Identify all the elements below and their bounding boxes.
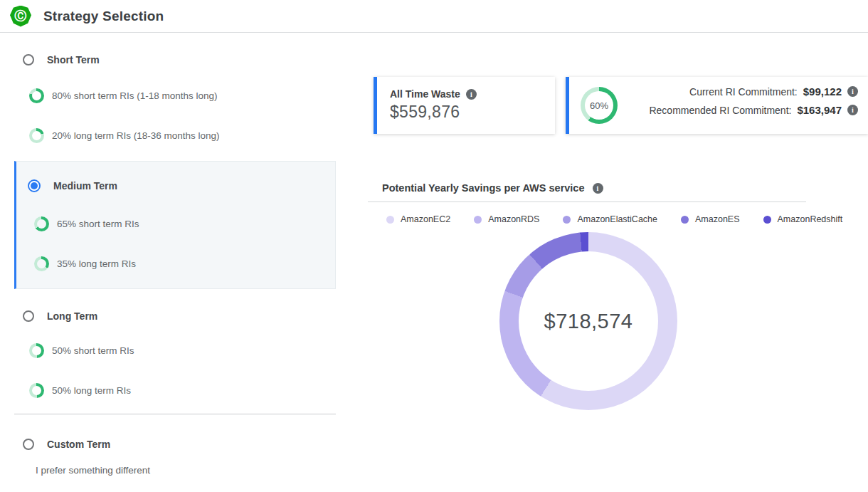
all-time-waste-card: All Time Waste $559,876 xyxy=(374,77,555,134)
sub-label: 35% long term RIs xyxy=(57,258,136,269)
option-short-term[interactable]: Short Term xyxy=(23,54,100,66)
option-label: Long Term xyxy=(47,310,97,322)
ri-commitment-card: 60% Current RI Commitment: $99,122 Recom… xyxy=(566,77,868,134)
legend-item-amazonelasticache[interactable]: AmazonElastiCache xyxy=(563,214,657,224)
option-label: Medium Term xyxy=(53,180,117,192)
sub-label: 80% short term RIs (1-18 months long) xyxy=(52,90,218,101)
legend-dot xyxy=(386,216,394,224)
long-term-sub-1: 50% short term RIs xyxy=(29,343,134,358)
sub-label: 50% short term RIs xyxy=(52,345,134,356)
chart-legend: AmazonEC2 AmazonRDS AmazonElastiCache Am… xyxy=(386,214,842,224)
savings-donut-chart[interactable]: $718,574 xyxy=(499,232,677,410)
recommended-commitment-label: Recommended RI Commitment: xyxy=(649,105,791,116)
medium-term-sub-1: 65% short term RIs xyxy=(34,216,139,231)
option-long-term[interactable]: Long Term xyxy=(23,310,97,322)
legend-dot xyxy=(474,216,482,224)
current-commitment-label: Current RI Commitment: xyxy=(689,86,798,98)
option-medium-term[interactable]: Medium Term xyxy=(28,179,117,192)
current-commitment-row: Current RI Commitment: $99,122 xyxy=(689,85,858,98)
strategy-selection-page: Strategy Selection Short Term 80% short … xyxy=(0,0,868,492)
percent-ring-icon xyxy=(29,383,44,398)
custom-term-note: I prefer something different xyxy=(36,465,150,476)
legend-label: AmazonElastiCache xyxy=(577,214,657,224)
recommended-commitment-value: $163,947 xyxy=(797,104,842,116)
sub-label: 20% long term RIs (18-36 months long) xyxy=(52,130,220,141)
long-term-sub-2: 50% long term RIs xyxy=(29,383,131,398)
info-icon[interactable] xyxy=(847,86,858,97)
percent-ring-icon xyxy=(34,256,49,271)
page-title: Strategy Selection xyxy=(43,9,164,24)
option-custom-term[interactable]: Custom Term xyxy=(23,439,110,450)
percent-ring-icon xyxy=(34,216,49,231)
sub-label: 65% short term RIs xyxy=(57,219,139,229)
chart-title-divider xyxy=(368,201,806,202)
sub-label: 50% long term RIs xyxy=(52,385,131,396)
legend-item-amazones[interactable]: AmazonES xyxy=(681,214,740,224)
app-logo-icon xyxy=(10,6,31,27)
all-time-waste-value: $559,876 xyxy=(390,103,555,122)
chart-title-row: Potential Yearly Savings per AWS service xyxy=(382,182,603,194)
radio-medium-term[interactable] xyxy=(28,179,41,192)
option-medium-term-panel[interactable]: Medium Term 65% short term RIs 35% long … xyxy=(14,161,336,289)
legend-item-amazonec2[interactable]: AmazonEC2 xyxy=(386,214,450,224)
chart-title: Potential Yearly Savings per AWS service xyxy=(382,182,585,194)
radio-custom-term[interactable] xyxy=(23,439,34,450)
legend-label: AmazonEC2 xyxy=(401,214,450,224)
legend-dot xyxy=(763,216,771,224)
short-term-sub-1: 80% short term RIs (1-18 months long) xyxy=(29,88,218,103)
legend-item-amazonredshift[interactable]: AmazonRedshift xyxy=(763,214,843,224)
radio-long-term[interactable] xyxy=(23,310,34,322)
legend-dot xyxy=(681,216,689,224)
legend-dot xyxy=(563,216,571,224)
info-icon[interactable] xyxy=(847,105,858,115)
medium-term-sub-2: 35% long term RIs xyxy=(34,256,136,271)
short-term-sub-2: 20% long term RIs (18-36 months long) xyxy=(29,128,220,143)
legend-label: AmazonRedshift xyxy=(778,214,843,224)
gauge-percent-label: 60% xyxy=(581,87,618,124)
legend-item-amazonrds[interactable]: AmazonRDS xyxy=(474,214,539,224)
percent-ring-icon xyxy=(29,88,44,103)
all-time-waste-label: All Time Waste xyxy=(390,88,460,100)
info-icon[interactable] xyxy=(593,183,603,194)
legend-label: AmazonRDS xyxy=(488,214,539,224)
commitment-gauge: 60% xyxy=(581,87,618,124)
donut-total-value: $718,574 xyxy=(499,232,677,410)
header: Strategy Selection xyxy=(0,0,868,33)
legend-label: AmazonES xyxy=(695,214,740,224)
section-divider xyxy=(14,414,336,414)
strategy-options-list: Short Term 80% short term RIs (1-18 mont… xyxy=(0,33,336,492)
radio-short-term[interactable] xyxy=(23,54,34,66)
recommended-commitment-row: Recommended RI Commitment: $163,947 xyxy=(649,104,858,116)
current-commitment-value: $99,122 xyxy=(803,85,842,98)
percent-ring-icon xyxy=(29,343,44,358)
option-label: Short Term xyxy=(47,54,100,66)
info-icon[interactable] xyxy=(466,89,477,100)
percent-ring-icon xyxy=(29,128,44,143)
option-label: Custom Term xyxy=(47,439,110,450)
